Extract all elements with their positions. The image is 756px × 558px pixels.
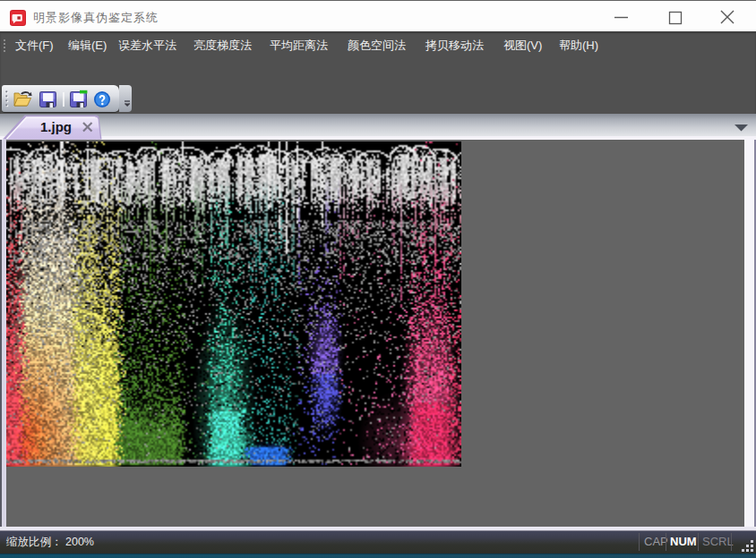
svg-text:1.jpg: 1.jpg	[40, 119, 72, 134]
